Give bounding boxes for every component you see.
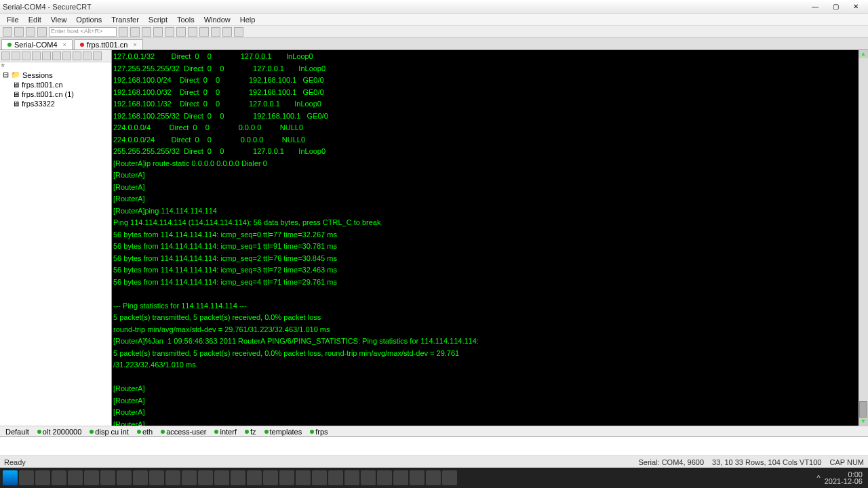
tab-close-icon[interactable]: × — [133, 41, 136, 48]
toolbar-icon[interactable] — [3, 27, 12, 37]
btnbar-item[interactable]: access-user — [158, 428, 209, 436]
scroll-down-icon[interactable]: ▼ — [859, 418, 868, 426]
tab-serial-com4[interactable]: Serial-COM4 × — [1, 39, 73, 49]
toolbar-icon[interactable] — [130, 27, 140, 37]
run-icon — [37, 430, 41, 434]
sidebar-tool-icon[interactable] — [22, 52, 31, 60]
minimize-button[interactable]: — — [806, 1, 825, 12]
expand-icon[interactable]: ⊟ — [3, 70, 9, 79]
taskbar-app-icon[interactable] — [393, 470, 408, 485]
terminal-output: 127.0.0.1/32 Direct 0 0 127.0.0.1 InLoop… — [113, 52, 481, 426]
taskbar-app-icon[interactable] — [149, 470, 164, 485]
tree-item[interactable]: 🖥 frps.tt001.cn (1) — [1, 89, 110, 99]
host-input[interactable]: Enter host <Alt+R> — [49, 27, 117, 37]
taskbar-app-icon[interactable] — [231, 470, 245, 485]
taskbar-app-icon[interactable] — [214, 470, 229, 485]
taskbar-app-icon[interactable] — [35, 470, 50, 485]
taskbar-app-icon[interactable] — [328, 470, 343, 485]
tree-item[interactable]: 🖥 frps33322 — [1, 99, 110, 108]
sidebar-tool-icon[interactable] — [62, 52, 71, 60]
tree-item[interactable]: 🖥 frps.tt001.cn — [1, 80, 110, 89]
toolbar-icon[interactable] — [199, 27, 209, 37]
menu-window[interactable]: Window — [200, 14, 235, 25]
taskbar-app-icon[interactable] — [100, 470, 115, 485]
toolbar-icon[interactable] — [153, 27, 163, 37]
tab-close-icon[interactable]: × — [63, 41, 66, 48]
taskbar-app-icon[interactable] — [84, 470, 99, 485]
tree-root[interactable]: ⊟ 📁 Sessions — [1, 70, 110, 80]
sidebar-tool-icon[interactable] — [83, 52, 92, 60]
taskbar-app-icon[interactable] — [68, 470, 83, 485]
taskbar-app-icon[interactable] — [247, 470, 262, 485]
sidebar-tool-icon[interactable] — [42, 52, 51, 60]
toolbar-icon[interactable] — [176, 27, 186, 37]
run-icon — [264, 430, 269, 434]
close-button[interactable]: ✕ — [846, 1, 865, 12]
taskbar-app-icon[interactable] — [182, 470, 197, 485]
taskbar-app-icon[interactable] — [19, 470, 34, 485]
taskbar-app-icon[interactable] — [410, 470, 425, 485]
toolbar-icon[interactable] — [165, 27, 174, 37]
tree-item-label: frps.tt001.cn — [22, 81, 63, 89]
btnbar-item[interactable]: olt 2000000 — [35, 428, 85, 436]
btnbar-item[interactable]: disp cu int — [87, 428, 132, 436]
menu-help[interactable]: Help — [236, 14, 260, 25]
menu-view[interactable]: View — [47, 14, 71, 25]
toolbar-icon[interactable] — [222, 27, 232, 37]
menu-script[interactable]: Script — [144, 14, 172, 25]
menu-options[interactable]: Options — [72, 14, 106, 25]
taskbar-app-icon[interactable] — [377, 470, 392, 485]
toolbar-icon[interactable] — [211, 27, 220, 37]
btnbar-item[interactable]: fz — [242, 428, 259, 436]
tray-chevron-icon[interactable]: ^ — [817, 474, 821, 482]
taskbar-app-icon[interactable] — [133, 470, 148, 485]
btnbar-default[interactable]: Default — [3, 428, 32, 436]
taskbar-app-icon[interactable] — [426, 470, 441, 485]
vertical-scrollbar[interactable]: ▲ ▼ — [859, 50, 868, 426]
taskbar-app-icon[interactable] — [52, 470, 66, 485]
scroll-thumb[interactable] — [859, 401, 867, 418]
toolbar-icon[interactable] — [234, 27, 243, 37]
sidebar-tool-icon[interactable] — [52, 52, 61, 60]
main-toolbar: Enter host <Alt+R> — [0, 26, 868, 38]
btnbar-item[interactable]: eth — [134, 428, 155, 436]
sidebar-filter[interactable]: fr — [0, 62, 111, 68]
command-pane[interactable] — [0, 436, 868, 455]
sidebar-tool-icon[interactable] — [32, 52, 41, 60]
toolbar-icon[interactable] — [26, 27, 35, 37]
toolbar-icon[interactable] — [119, 27, 128, 37]
start-button[interactable] — [3, 470, 18, 485]
taskbar-app-icon[interactable] — [361, 470, 376, 485]
taskbar-app-icon[interactable] — [279, 470, 294, 485]
menu-tools[interactable]: Tools — [173, 14, 199, 25]
menu-file[interactable]: File — [3, 14, 23, 25]
btnbar-item[interactable]: frps — [307, 428, 330, 436]
maximize-button[interactable]: ▢ — [826, 1, 845, 12]
btnbar-item[interactable]: interf — [212, 428, 239, 436]
menu-transfer[interactable]: Transfer — [107, 14, 143, 25]
taskbar-app-icon[interactable] — [312, 470, 327, 485]
sidebar-tool-icon[interactable] — [93, 52, 102, 60]
toolbar-icon[interactable] — [142, 27, 151, 37]
sidebar-tool-icon[interactable] — [73, 52, 81, 60]
taskbar-app-icon[interactable] — [165, 470, 180, 485]
toolbar-icon[interactable] — [37, 27, 47, 37]
taskbar-app-icon[interactable] — [442, 470, 457, 485]
btnbar-item[interactable]: templates — [262, 428, 305, 436]
taskbar-app-icon[interactable] — [198, 470, 213, 485]
tab-frps[interactable]: frps.tt001.cn × — [74, 39, 143, 49]
taskbar-app-icon[interactable] — [344, 470, 359, 485]
tree-item-label: frps33322 — [22, 100, 55, 108]
toolbar-icon[interactable] — [14, 27, 24, 37]
terminal-pane[interactable]: 127.0.0.1/32 Direct 0 0 127.0.0.1 InLoop… — [112, 50, 868, 426]
taskbar-clock[interactable]: 0:00 2021-12-06 — [825, 471, 865, 485]
scroll-up-icon[interactable]: ▲ — [859, 50, 868, 58]
taskbar-app-icon[interactable] — [263, 470, 278, 485]
system-tray[interactable]: ^ 0:00 2021-12-06 — [817, 471, 865, 485]
taskbar-app-icon[interactable] — [296, 470, 311, 485]
toolbar-icon[interactable] — [188, 27, 197, 37]
menu-edit[interactable]: Edit — [24, 14, 45, 25]
sidebar-tool-icon[interactable] — [12, 52, 20, 60]
taskbar-app-icon[interactable] — [117, 470, 132, 485]
sidebar-tool-icon[interactable] — [1, 52, 10, 60]
